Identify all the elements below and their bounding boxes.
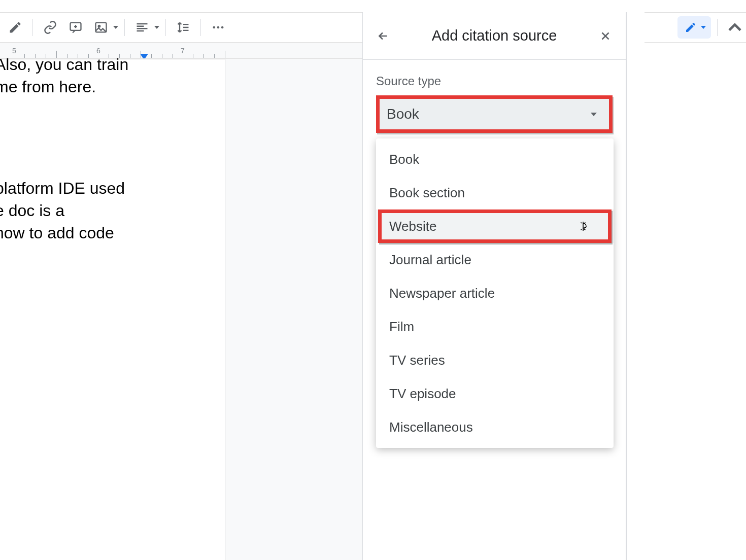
dropdown-option-book[interactable]: Book [376,143,614,176]
link-icon [43,20,57,34]
dropdown-option-film[interactable]: Film [376,310,614,343]
align-group[interactable] [131,16,159,39]
source-type-select[interactable]: Book [376,95,613,133]
dropdown-option-tv-episode[interactable]: TV episode [376,377,614,410]
right-side-rail [626,12,645,560]
svg-point-3 [213,26,216,29]
text-line: me from here. [0,76,96,98]
collapse-toolbar-button[interactable] [724,16,746,39]
dropdown-option-miscellaneous[interactable]: Miscellaneous [376,410,614,444]
insert-link-button[interactable] [39,16,61,39]
close-icon [599,29,612,43]
option-label: Journal article [389,252,471,268]
svg-point-5 [221,26,224,29]
toolbar-divider [717,19,718,36]
chevron-up-icon [724,16,746,39]
editing-mode-button[interactable] [677,16,711,39]
selected-value: Book [387,106,419,122]
comment-plus-icon [69,20,83,34]
text-line: how to add code [0,222,114,244]
source-type-dropdown: Book Book section Website Journal articl… [376,138,614,448]
paint-format-icon [8,20,22,34]
option-label: Book section [389,185,465,201]
option-label: Website [389,219,436,234]
chevron-down-icon [154,26,159,29]
source-type-label: Source type [376,74,613,88]
arrow-left-icon [377,29,390,43]
option-label: Film [389,319,414,335]
option-label: TV series [389,353,445,368]
text-line: e doc is a [0,200,64,222]
toolbar-divider [32,19,33,36]
dropdown-option-newspaper-article[interactable]: Newspaper article [376,276,614,310]
ruler-mark: 7 [181,47,185,55]
line-spacing-icon [176,20,190,34]
more-horizontal-icon [211,20,225,34]
toolbar-divider [200,19,201,36]
chevron-down-icon [113,26,118,29]
toolbar-divider [124,19,125,36]
document-canvas: Also, you can train me from here. platfo… [0,59,362,560]
text-line: platform IDE used [0,178,125,199]
more-button[interactable] [207,16,229,39]
chevron-down-icon [591,113,597,116]
citation-side-panel: Add citation source Source type Book Boo… [362,12,626,560]
paint-format-button[interactable] [4,16,26,39]
option-label: TV episode [389,386,456,402]
toolbar-divider [165,19,166,36]
option-label: Book [389,152,419,167]
dropdown-option-website[interactable]: Website [376,209,614,243]
cursor-icon [579,220,591,232]
chevron-down-icon [701,26,706,29]
close-button[interactable] [594,25,617,47]
text-line: Also, you can train [0,54,128,76]
dropdown-option-book-section[interactable]: Book section [376,176,614,209]
svg-point-2 [98,25,100,27]
pencil-icon [685,21,697,33]
align-left-icon [135,20,149,34]
option-label: Miscellaneous [389,419,473,435]
panel-title: Add citation source [401,27,587,44]
dropdown-option-tv-series[interactable]: TV series [376,343,614,377]
panel-body: Source type Book Book Book section Websi… [363,60,626,147]
option-label: Newspaper article [389,286,495,301]
align-button[interactable] [131,16,153,39]
insert-image-group[interactable] [90,16,118,39]
image-icon [94,20,108,34]
svg-point-4 [217,26,220,29]
dropdown-option-journal-article[interactable]: Journal article [376,243,614,276]
line-spacing-button[interactable] [172,16,194,39]
add-comment-button[interactable] [64,16,87,39]
indent-marker[interactable] [140,54,148,59]
panel-header: Add citation source [363,12,626,60]
back-button[interactable] [372,25,394,47]
document-text[interactable]: Also, you can train me from here. platfo… [0,54,137,207]
insert-image-button[interactable] [90,16,112,39]
